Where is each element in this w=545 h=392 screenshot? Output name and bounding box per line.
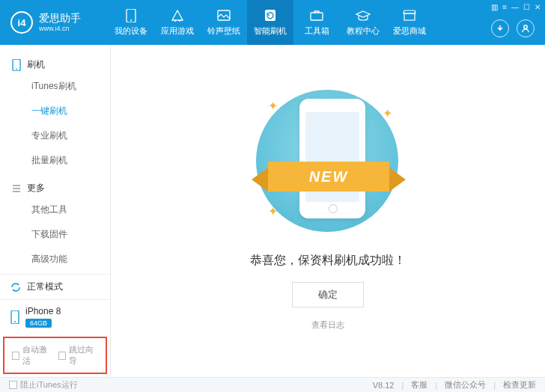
phone-icon xyxy=(124,9,138,22)
options-highlighted: 自动激活 跳过向导 xyxy=(3,337,107,374)
main-content: ✦ ✦ ✦ NEW 恭喜您，保资料刷机成功啦！ 确定 查看日志 xyxy=(111,45,545,377)
svg-point-8 xyxy=(16,68,17,70)
support-link[interactable]: 客服 xyxy=(411,379,427,391)
sidebar-item-download-firmware[interactable]: 下载固件 xyxy=(0,222,110,247)
checkbox-stop-itunes[interactable]: 阻止iTunes运行 xyxy=(9,379,78,391)
svg-rect-4 xyxy=(311,13,323,20)
nav-toolbox[interactable]: 工具箱 xyxy=(293,0,340,45)
store-icon xyxy=(402,9,417,22)
update-link[interactable]: 检查更新 xyxy=(503,379,536,391)
sidebar-bottom: 正常模式 iPhone 8 64GB 自动激活 跳过向导 xyxy=(0,274,110,377)
success-illustration: ✦ ✦ ✦ NEW xyxy=(246,87,410,236)
grad-cap-icon xyxy=(356,9,371,22)
brand-text: 爱思助手 www.i4.cn xyxy=(39,12,81,33)
new-ribbon: NEW xyxy=(250,157,407,196)
image-icon xyxy=(216,9,231,22)
nav-ringtones[interactable]: 铃声壁纸 xyxy=(201,0,247,45)
device-name: iPhone 8 xyxy=(25,306,61,316)
version-label: V8.12 xyxy=(373,381,395,390)
svg-rect-5 xyxy=(404,13,415,20)
phone-icon xyxy=(12,59,21,71)
mode-selector[interactable]: 正常模式 xyxy=(0,275,110,300)
nav-tutorials[interactable]: 教程中心 xyxy=(340,0,386,45)
menu-icon[interactable]: ≡ xyxy=(502,3,507,11)
brand-name: 爱思助手 xyxy=(39,12,81,25)
toolbox-icon xyxy=(309,9,324,22)
brand: i4 爱思助手 www.i4.cn xyxy=(10,11,108,34)
sidebar-item-oneclick-flash[interactable]: 一键刷机 xyxy=(0,99,110,123)
nav-my-device[interactable]: 我的设备 xyxy=(108,0,154,45)
nav-smart-flash[interactable]: 智能刷机 xyxy=(247,0,293,45)
sidebar: 刷机 iTunes刷机 一键刷机 专业刷机 批量刷机 更多 其他工具 下载固件 … xyxy=(0,45,111,377)
sidebar-item-advanced[interactable]: 高级功能 xyxy=(0,247,110,272)
user-icon[interactable] xyxy=(517,19,535,37)
device-selector[interactable]: iPhone 8 64GB xyxy=(0,300,110,334)
brand-url: www.i4.cn xyxy=(39,25,81,33)
skin-icon[interactable]: ▥ xyxy=(491,3,498,11)
brand-logo-icon: i4 xyxy=(10,11,33,34)
checkbox-auto-activate[interactable]: 自动激活 xyxy=(12,344,52,367)
nav-apps[interactable]: 应用游戏 xyxy=(154,0,201,45)
sidebar-group-flash[interactable]: 刷机 xyxy=(0,55,110,74)
refresh-icon xyxy=(263,9,278,22)
download-icon[interactable] xyxy=(491,19,509,37)
view-log-link[interactable]: 查看日志 xyxy=(311,319,344,331)
body: 刷机 iTunes刷机 一键刷机 专业刷机 批量刷机 更多 其他工具 下载固件 … xyxy=(0,45,545,377)
maximize-icon[interactable]: ☐ xyxy=(523,3,530,11)
checkbox-skip-wizard[interactable]: 跳过向导 xyxy=(58,344,99,367)
svg-point-1 xyxy=(130,19,132,21)
sidebar-group-more[interactable]: 更多 xyxy=(0,179,110,197)
success-message: 恭喜您，保资料刷机成功啦！ xyxy=(250,253,406,269)
wechat-link[interactable]: 微信公众号 xyxy=(445,379,486,391)
minimize-icon[interactable]: ― xyxy=(511,3,519,11)
svg-point-10 xyxy=(14,321,16,322)
svg-point-6 xyxy=(524,25,527,28)
apps-icon xyxy=(170,9,185,22)
phone-icon xyxy=(10,310,19,324)
header-right xyxy=(491,19,535,37)
sidebar-item-pro-flash[interactable]: 专业刷机 xyxy=(0,123,110,148)
nav-tabs: 我的设备 应用游戏 铃声壁纸 智能刷机 工具箱 教程中心 爱思商城 xyxy=(108,0,433,45)
nav-store[interactable]: 爱思商城 xyxy=(386,0,433,45)
ok-button[interactable]: 确定 xyxy=(292,282,364,307)
sync-icon xyxy=(10,282,21,293)
status-bar: 阻止iTunes运行 V8.12 | 客服 | 微信公众号 | 检查更新 xyxy=(0,377,545,392)
sidebar-item-batch-flash[interactable]: 批量刷机 xyxy=(0,148,110,173)
svg-rect-3 xyxy=(265,10,275,21)
sidebar-item-other-tools[interactable]: 其他工具 xyxy=(0,197,110,222)
sidebar-item-itunes-flash[interactable]: iTunes刷机 xyxy=(0,74,110,99)
close-icon[interactable]: ✕ xyxy=(535,3,541,11)
window-controls: ▥ ≡ ― ☐ ✕ xyxy=(491,3,541,11)
storage-badge: 64GB xyxy=(25,319,52,328)
title-bar: i4 爱思助手 www.i4.cn 我的设备 应用游戏 铃声壁纸 智能刷机 工具… xyxy=(0,0,545,45)
list-icon xyxy=(12,184,21,193)
